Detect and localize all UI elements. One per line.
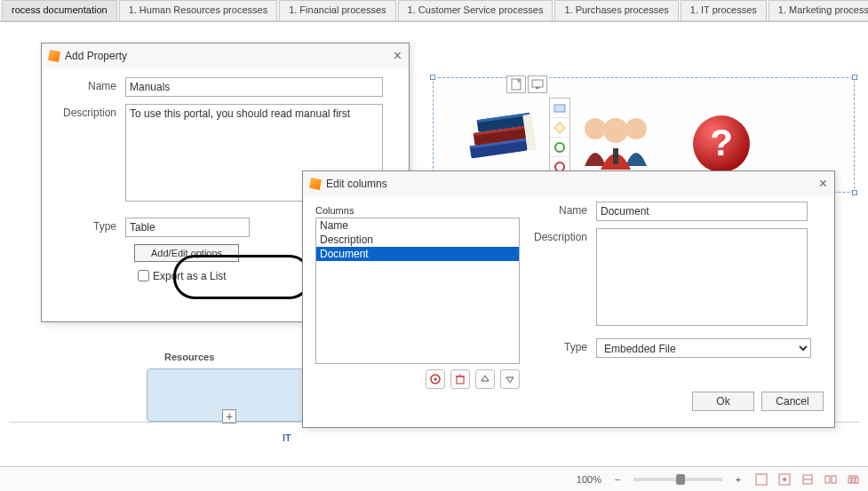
tab-hr-processes[interactable]: 1. Human Resources processes	[119, 0, 278, 20]
dialog-app-icon	[48, 50, 60, 62]
tab-customer-service-processes[interactable]: 1. Customer Service processes	[398, 0, 553, 20]
canvas-it-label: IT	[283, 432, 291, 443]
svg-point-27	[783, 478, 786, 481]
type-field[interactable]	[125, 218, 250, 237]
svg-text:?: ?	[710, 122, 733, 163]
close-icon[interactable]: ×	[394, 48, 402, 64]
svg-rect-25	[756, 474, 767, 485]
column-detail-form: Name Description Type Embedded File	[534, 202, 818, 365]
view-mode3-icon[interactable]	[800, 472, 815, 487]
zoom-percent-label: 100%	[577, 474, 601, 485]
zoom-out-icon[interactable]: −	[610, 472, 625, 487]
label-type: Type	[54, 218, 125, 233]
tab-it-processes[interactable]: 1. IT processes	[681, 0, 767, 20]
palette-circle-green-icon[interactable]	[550, 138, 569, 157]
svg-rect-1	[532, 80, 543, 87]
statusbar: 100% − +	[0, 466, 868, 491]
svg-marker-11	[554, 123, 565, 133]
delete-column-button[interactable]	[450, 369, 470, 389]
view-mode1-icon[interactable]	[754, 472, 768, 487]
zoom-slider[interactable]	[633, 478, 722, 481]
palette-rect-icon[interactable]	[550, 99, 569, 118]
svg-point-16	[603, 118, 628, 143]
svg-point-14	[585, 118, 606, 139]
export-as-list-checkbox[interactable]	[138, 270, 149, 281]
tab-purchases-processes[interactable]: 1. Purchases processes	[554, 0, 678, 20]
edit-columns-body: Columns Name Description Document Name D…	[303, 196, 834, 418]
svg-rect-30	[825, 476, 830, 483]
edit-columns-titlebar[interactable]: Edit columns ×	[303, 171, 834, 196]
column-type-select[interactable]: Embedded File	[596, 338, 811, 358]
label-name: Name	[54, 77, 125, 92]
column-name-field[interactable]	[596, 202, 808, 221]
svg-rect-2	[536, 87, 539, 89]
dialog-app-icon	[309, 178, 322, 190]
add-edit-options-button[interactable]: Add/Edit options	[134, 244, 239, 262]
columns-toolbar	[315, 369, 520, 389]
tab-process-documentation[interactable]: rocess documentation	[2, 0, 117, 20]
canvas-resources-label: Resources	[164, 352, 214, 362]
list-item[interactable]: Description	[316, 233, 519, 247]
shape-palette	[549, 98, 570, 178]
column-description-field[interactable]	[596, 228, 808, 326]
selected-element-toolbar	[506, 75, 547, 93]
people-icon	[571, 111, 660, 173]
palette-diamond-icon[interactable]	[550, 118, 569, 138]
label-name: Name	[534, 202, 596, 217]
move-up-button[interactable]	[475, 369, 495, 389]
resize-handle[interactable]	[430, 75, 435, 80]
label-description: Description	[534, 228, 596, 243]
tab-marketing-processes[interactable]: 1. Marketing processes	[768, 0, 868, 20]
edit-columns-dialog: Edit columns × Columns Name Description …	[302, 170, 835, 428]
svg-point-12	[555, 143, 564, 152]
resize-handle[interactable]	[852, 75, 857, 80]
view-mode4-icon[interactable]	[824, 472, 838, 487]
svg-point-15	[625, 118, 647, 139]
zoom-in-icon[interactable]: +	[731, 472, 745, 487]
list-item[interactable]: Name	[316, 218, 519, 233]
cancel-button[interactable]: Cancel	[761, 392, 824, 411]
resize-handle[interactable]	[852, 190, 857, 195]
svg-rect-22	[457, 376, 464, 384]
list-item[interactable]: Document	[316, 247, 519, 261]
document-tabstrip: rocess documentation 1. Human Resources …	[0, 0, 868, 21]
svg-point-21	[434, 378, 437, 381]
columns-listbox[interactable]: Name Description Document	[315, 218, 520, 364]
label-type: Type	[534, 338, 596, 353]
svg-rect-33	[852, 478, 855, 483]
label-description: Description	[54, 104, 125, 119]
svg-rect-34	[856, 478, 858, 483]
element-page-icon[interactable]	[506, 75, 526, 93]
svg-rect-10	[554, 105, 565, 112]
help-question-icon: ?	[689, 111, 754, 177]
view-mode2-icon[interactable]	[777, 472, 792, 487]
element-screen-icon[interactable]	[528, 75, 547, 93]
svg-rect-31	[832, 476, 836, 483]
add-property-titlebar[interactable]: Add Property ×	[42, 44, 409, 68]
svg-rect-32	[848, 478, 851, 483]
move-down-button[interactable]	[500, 369, 520, 389]
zoom-slider-thumb[interactable]	[676, 474, 685, 485]
view-mode5-icon[interactable]	[847, 472, 861, 487]
books-icon	[453, 98, 542, 178]
svg-rect-17	[613, 148, 618, 164]
ok-button[interactable]: Ok	[692, 392, 754, 411]
close-icon[interactable]: ×	[819, 176, 827, 192]
tab-financial-processes[interactable]: 1. Financial processes	[279, 0, 395, 20]
name-field[interactable]	[125, 77, 383, 97]
edit-columns-title: Edit columns	[326, 178, 387, 190]
label-export-as-list: Export as a List	[153, 270, 227, 282]
add-property-title: Add Property	[65, 50, 127, 62]
add-column-button[interactable]	[426, 369, 445, 389]
